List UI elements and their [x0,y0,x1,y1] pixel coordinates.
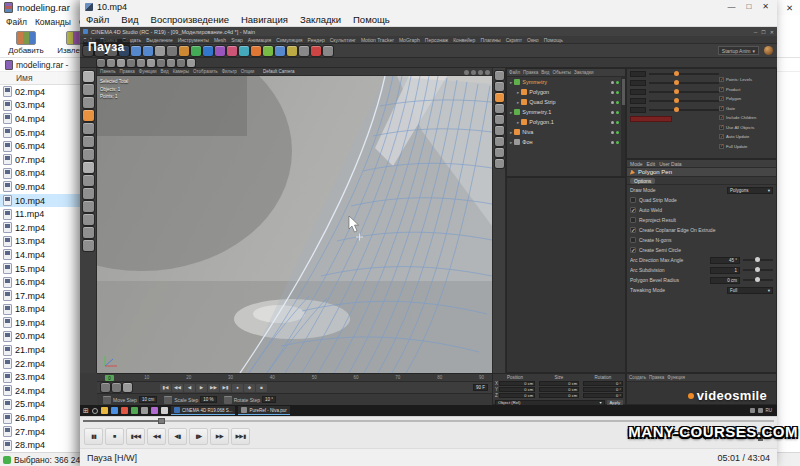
file-row[interactable]: 18.mp4 [0,303,90,317]
skip-forward-button[interactable]: ▶▶▮ [231,428,250,445]
window-button[interactable]: ✕ [762,2,769,11]
video-file-icon [3,399,12,410]
transport-controls: ▮◀◀◀◀▶▶▶▶▮●◆■ [160,384,267,392]
coord-column-label: Rotation [581,375,625,380]
file-row[interactable]: 25.mp4 [0,398,90,412]
file-row[interactable]: 09.mp4 [0,180,90,194]
timeline-tick: 60 [353,375,358,380]
materials-menu-item: Создать [629,375,646,380]
player-menu-item[interactable]: Закладки [294,14,347,25]
toolbar-icon [107,59,115,67]
video-file-icon [3,236,12,247]
object-name: Niva [522,129,533,135]
file-row[interactable]: 22.mp4 [0,357,90,371]
animation-palette: ▮◀◀◀◀▶▶▶▶▮●◆■ 90 F [97,381,492,393]
window-button[interactable]: ✕ [786,3,793,13]
winrar-app-icon [4,2,13,13]
checkbox-icon [719,87,724,92]
file-row[interactable]: 15.mp4 [0,262,90,276]
file-name: 09.mp4 [15,182,45,192]
attribute-row: Create N-gons ▾ [627,235,776,245]
winrar-menu-item[interactable]: Команды [35,17,71,27]
file-name: 27.mp4 [15,427,45,437]
file-row[interactable]: 08.mp4 [0,167,90,181]
file-row[interactable]: 28.mp4 [0,438,90,452]
stop-button[interactable]: ■ [105,428,124,445]
column-header-name[interactable]: Имя [0,72,90,85]
file-row[interactable]: 04.mp4 [0,112,90,126]
fast-forward-button[interactable]: ▶▶ [210,428,229,445]
file-row[interactable]: 16.mp4 [0,275,90,289]
video-file-icon [3,154,12,165]
file-row[interactable]: 07.mp4 [0,153,90,167]
slider [743,279,773,281]
video-file-icon [3,168,12,179]
many-courses-watermark: MANY-COURSES.COM [628,423,798,440]
file-row[interactable]: 24.mp4 [0,384,90,398]
media-player-window: 10.mp4 —□✕ ФайлВидВоспроизведениеНавигац… [80,0,777,466]
rewind-button[interactable]: ◀◀ [147,428,166,445]
file-row[interactable]: 12.mp4 [0,221,90,235]
file-row[interactable]: 23.mp4 [0,370,90,384]
video-file-icon [3,209,12,220]
slider [743,269,773,271]
file-row[interactable]: 21.mp4 [0,343,90,357]
frame-forward-button[interactable]: ▮▶ [189,428,208,445]
file-name: 24.mp4 [15,386,45,396]
toolbar-icon [311,46,321,56]
toolbar-icon [215,46,225,56]
object-name: Фон [522,139,532,145]
globe-icon [764,46,773,55]
timeline-tick: 20 [186,375,191,380]
file-row[interactable]: 06.mp4 [0,139,90,153]
viewport-info-overlay: Selected TotalObjects: 1Points: 1 [100,78,128,101]
player-menu-item[interactable]: Вид [115,14,144,25]
pause-button[interactable]: ▮▮ [84,428,103,445]
mode-icon [83,71,94,82]
c4d-menu-item: Симуляция [276,37,302,43]
file-row[interactable]: 19.mp4 [0,316,90,330]
c4d-menubar: ФайлПравкаСоздатьВыделениеИнструментыMes… [80,36,777,44]
file-row[interactable]: 03.mp4 [0,99,90,113]
object-icon [514,139,520,145]
frame-back-button[interactable]: ◀▮ [168,428,187,445]
video-file-icon [3,426,12,437]
timeline-tick: 10 [144,375,149,380]
object-icon [521,99,527,105]
seek-progress [83,420,164,422]
file-row[interactable]: 17.mp4 [0,289,90,303]
toolbar-icon [251,46,261,56]
file-row[interactable]: 13.mp4 [0,235,90,249]
file-row[interactable]: 10.mp4 [0,194,90,208]
snap-icon [495,126,504,135]
object-tree-item: Symmetry [507,77,625,87]
winrar-menu-item[interactable]: Файл [6,17,27,27]
file-row[interactable]: 20.mp4 [0,330,90,344]
c4d-menu-item: Выделение [146,37,173,43]
window-button[interactable]: □ [746,2,751,11]
video-file-icon [3,127,12,138]
player-menu-item[interactable]: Навигация [235,14,294,25]
selection-status: Выбрано: 366 245 [14,455,85,465]
c4d-menu-item: Mesh [214,37,226,43]
file-list: 02.mp4 03.mp4 04.mp4 05.mp4 06.mp4 07.mp… [0,85,90,452]
player-menu-item[interactable]: Файл [80,14,115,25]
file-row[interactable]: 26.mp4 [0,411,90,425]
time-display: 05:01 / 43:04 [717,453,770,463]
file-row[interactable]: 02.mp4 [0,85,90,99]
player-menu-item[interactable]: Воспроизведение [145,14,235,25]
video-area[interactable]: CINEMA 4D Studio (RC - R19) - [09_Модели… [80,27,777,416]
file-row[interactable]: 11.mp4 [0,207,90,221]
window-button[interactable]: — [727,2,735,11]
file-row[interactable]: 05.mp4 [0,126,90,140]
player-menu-item[interactable]: Помощь [347,14,396,25]
toolbar-icon [323,46,333,56]
skip-back-button[interactable]: ▮◀◀ [126,428,145,445]
file-row[interactable]: 14.mp4 [0,248,90,262]
file-row[interactable]: 27.mp4 [0,425,90,439]
transport-button: ◆ [244,384,255,392]
taskbar-app-button: PureRef - Niva.pur [238,406,289,415]
add-button[interactable]: Добавить [5,31,47,55]
c4d-menu-item: Скульптинг [330,37,356,43]
snap-icon [495,82,504,91]
